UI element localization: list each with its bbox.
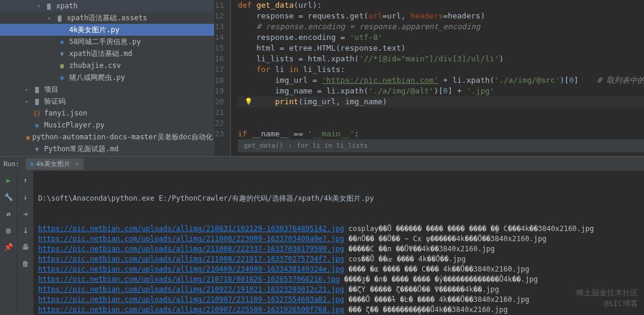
console-line: https://pic.netbian.com/uploads/allimg/2…	[38, 275, 639, 285]
run-toolbar-right: ↑ ↓ ⇥ ⤓ 🖶 🗑	[17, 171, 33, 315]
run-tab-name: 4k美女图片	[36, 160, 70, 169]
stop-button[interactable]: 🔧	[2, 191, 14, 203]
tree-file-md[interactable]: ▼ xpath语法基础.md	[0, 48, 214, 60]
console-text: ����ƺ� �л� ���� ���� �ÿ�������������Ů4k�…	[340, 275, 538, 283]
markdown-icon: ▼	[57, 49, 67, 58]
tree-label: MusicPlayer.py	[44, 121, 104, 129]
line-number: 11	[215, 0, 224, 11]
up-button[interactable]: ↑	[20, 174, 32, 186]
scroll-button[interactable]: ⤓	[20, 224, 32, 236]
tree-label: Python常见面试题.md	[44, 144, 119, 154]
keyword: def	[238, 1, 256, 10]
layout-button[interactable]: ▤	[2, 224, 14, 236]
folder-icon: ▇	[55, 13, 64, 23]
console-link[interactable]: https://pic.netbian.com/uploads/allimg/2…	[38, 235, 344, 243]
tree-file-csv[interactable]: ▦ zhubajie.csv	[0, 60, 214, 71]
crumb-loop[interactable]: for li in li_lists	[297, 141, 368, 151]
console-link[interactable]: https://pic.netbian.com/uploads/allimg/2…	[38, 265, 344, 273]
tree-folder-xpath[interactable]: ▾ ▇ xpath	[0, 0, 214, 12]
console-link[interactable]: https://pic.netbian.com/uploads/allimg/2…	[38, 305, 344, 314]
run-toolbar-left: ▶ 🔧 ⇄ ▤ 📌	[0, 171, 17, 315]
python-icon: ●	[30, 161, 34, 167]
tree-file-interview[interactable]: ▼ Python常见面试题.md	[0, 143, 214, 155]
line-number: 19	[215, 86, 224, 96]
python-icon: ●	[57, 37, 67, 46]
console-text: ��ζҮ ����� ζ����Ů�� Ψ������4k��.jpg	[344, 285, 499, 294]
line-number: 16	[215, 54, 224, 64]
tree-file-zbw[interactable]: ● 猪八戒网爬虫.py	[0, 71, 214, 83]
console-text: ���� �ɶ ���� ��� С��� 4k��Ů��3840x2160.j…	[344, 265, 530, 273]
line-number: 21	[215, 107, 224, 118]
rerun-button[interactable]: ▶	[2, 174, 14, 186]
line-number: 12	[215, 11, 224, 21]
tree-label: 58同城二手房信息.py	[69, 37, 141, 47]
console-line: https://pic.netbian.com/uploads/allimg/2…	[38, 264, 639, 275]
console-line: https://pic.netbian.com/uploads/allimg/2…	[38, 285, 639, 295]
down-button[interactable]: ↓	[20, 191, 32, 203]
run-tool-window-header: Run: ● 4k美女图片 ×	[0, 157, 644, 171]
csv-icon: ▦	[57, 61, 67, 70]
intention-bulb-icon[interactable]: 💡	[244, 96, 253, 107]
comment: # response.encoding = response.apparent_…	[238, 22, 481, 31]
tree-label: xpath语法基础.md	[69, 49, 132, 59]
params: (url):	[294, 1, 322, 10]
chevron-right-icon: ▸	[24, 86, 30, 92]
console-link[interactable]: https://pic.netbian.com/uploads/allimg/2…	[38, 275, 340, 283]
code-content[interactable]: def get_data(url): response = requests.g…	[231, 0, 644, 156]
line-number: 13	[215, 21, 224, 32]
close-icon[interactable]: ×	[75, 160, 79, 168]
python-icon: ●	[57, 25, 67, 35]
run-tab[interactable]: ● 4k美女图片 ×	[26, 158, 84, 170]
line-number: 23	[215, 129, 224, 139]
wrap-button[interactable]: ⇥	[20, 208, 32, 220]
console-link[interactable]: https://pic.netbian.com/uploads/allimg/2…	[38, 224, 344, 233]
console-command: D:\soft\Anaconda\python.exe E:/PythonCra…	[38, 194, 639, 204]
tree-file-4k[interactable]: ● 4k美女图片.py	[0, 24, 214, 36]
console-text: �����С ��л ��ŮΨ��4k��3840x2160.jpg	[344, 245, 495, 253]
console-link[interactable]: https://pic.netbian.com/uploads/allimg/2…	[38, 245, 344, 253]
console-link[interactable]: https://pic.netbian.com/uploads/allimg/2…	[38, 285, 344, 294]
chevron-down-icon: ▾	[36, 3, 42, 9]
crumb-function[interactable]: get_data()	[244, 141, 283, 151]
chevron-right-icon: ▸	[47, 15, 52, 21]
line-number: 17	[215, 64, 224, 75]
folder-icon: ▇	[32, 96, 42, 106]
folder-icon: ▇	[44, 1, 54, 11]
project-tree[interactable]: ▾ ▇ xpath ▸ ▇ xpath语法基础.assets ● 4k美女图片.…	[0, 0, 215, 156]
console-output[interactable]: D:\soft\Anaconda\python.exe E:/PythonCra…	[33, 171, 644, 315]
tree-label: 猪八戒网爬虫.py	[69, 73, 125, 83]
line-number: 14	[215, 32, 224, 43]
markdown-icon: ▼	[32, 144, 42, 154]
tree-label: xpath	[56, 2, 78, 10]
pin-button[interactable]: 📌	[2, 241, 14, 253]
line-number: 15	[215, 43, 224, 54]
line-number: 18	[215, 75, 224, 86]
tree-folder-captcha[interactable]: ▸ ▇ 验证码	[0, 95, 214, 107]
console-link[interactable]: https://pic.netbian.com/uploads/allimg/2…	[38, 295, 344, 304]
json-icon: {}	[32, 108, 42, 118]
tree-folder-assets[interactable]: ▸ ▇ xpath语法基础.assets	[0, 12, 214, 24]
console-link[interactable]: https://pic.netbian.com/uploads/allimg/2…	[38, 255, 344, 263]
console-line: https://pic.netbian.com/uploads/allimg/2…	[38, 305, 639, 315]
tree-label: 验证码	[44, 96, 66, 107]
python-icon: ●	[32, 120, 42, 130]
crumb-separator: ›	[288, 141, 292, 151]
tree-label: zhubajie.csv	[69, 61, 121, 70]
tree-folder-project[interactable]: ▸ ▇ 项目	[0, 83, 214, 95]
trash-button[interactable]: 🗑	[20, 258, 32, 270]
console-line: https://pic.netbian.com/uploads/allimg/2…	[38, 254, 639, 264]
tree-file-zip[interactable]: ▣ python-automation-docs-master吴老板doc自动化…	[0, 131, 214, 143]
console-line: https://pic.netbian.com/uploads/allimg/2…	[38, 224, 639, 234]
line-gutter[interactable]: 11 12 13 14 15 16 17 18 19 20 21 22 23	[215, 0, 231, 156]
code-editor[interactable]: 11 12 13 14 15 16 17 18 19 20 21 22 23 d…	[215, 0, 644, 156]
tree-label: fanyi.json	[44, 109, 87, 117]
tree-label: 项目	[44, 85, 58, 95]
chevron-right-icon: ▸	[24, 98, 30, 104]
tree-file-58[interactable]: ● 58同城二手房信息.py	[0, 36, 214, 48]
toggle-button[interactable]: ⇄	[2, 208, 14, 220]
line-number: 20	[215, 96, 224, 107]
tree-file-music[interactable]: ● MusicPlayer.py	[0, 119, 214, 131]
breadcrumbs[interactable]: get_data() › for li in li_lists	[238, 139, 644, 152]
tree-file-fanyi[interactable]: {} fanyi.json	[0, 107, 214, 119]
print-button[interactable]: 🖶	[20, 241, 32, 253]
